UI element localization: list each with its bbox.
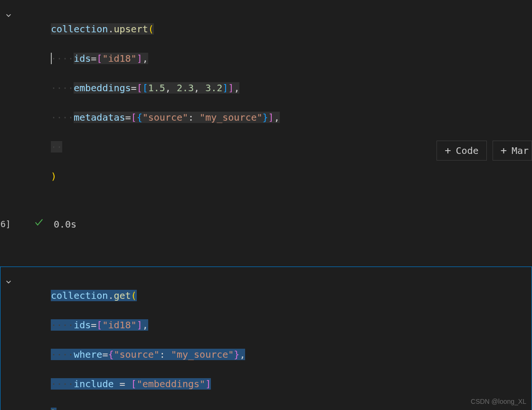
code-token: ] — [222, 82, 228, 94]
code-token: ] — [137, 53, 142, 64]
code-token: ] — [268, 112, 274, 123]
button-label: Code — [456, 145, 478, 156]
code-token: ( — [131, 290, 137, 301]
code-editor-2[interactable]: collection.get( ····ids=["id18"], ····wh… — [0, 267, 532, 410]
code-token: , — [234, 82, 239, 94]
code-token: = — [91, 53, 96, 64]
code-token: upsert — [114, 23, 148, 35]
code-cell-2: collection.get( ····ids=["id18"], ····wh… — [0, 267, 532, 410]
code-token: , — [142, 53, 148, 64]
code-token: { — [108, 349, 114, 360]
code-token: "source" — [142, 112, 188, 123]
code-token: ] — [228, 82, 234, 94]
code-token: [ — [131, 378, 137, 390]
code-token: [ — [131, 112, 137, 123]
code-token: , — [274, 112, 280, 123]
whitespace-guides: ···· — [51, 53, 74, 64]
code-token: = — [102, 349, 108, 360]
code-token: ] — [205, 378, 211, 390]
collapse-chevron-icon[interactable] — [5, 275, 12, 281]
execution-time: 0.0s — [54, 217, 76, 232]
code-token: , — [194, 82, 205, 94]
code-token: "embeddings" — [137, 378, 206, 390]
whitespace-guides: ···· — [51, 112, 74, 123]
code-token: [ — [137, 82, 142, 94]
code-token: ( — [148, 23, 154, 35]
cell-status-row: 6] 0.0s — [0, 213, 532, 237]
execution-count: 6] — [0, 218, 11, 231]
code-token: , — [239, 349, 245, 360]
code-token: where — [74, 349, 102, 360]
code-token — [114, 378, 119, 390]
code-token: ) — [51, 171, 57, 182]
code-token: "my_source" — [200, 112, 262, 123]
code-token: "source" — [114, 349, 159, 360]
code-token: [ — [96, 53, 102, 64]
code-token: collection — [51, 23, 108, 35]
code-token: 1.5 — [148, 82, 165, 94]
code-token — [125, 378, 131, 390]
add-markdown-cell-button[interactable]: + Mar — [493, 141, 532, 161]
success-check-icon — [34, 217, 44, 232]
code-token: get — [114, 290, 131, 301]
plus-icon: + — [445, 145, 451, 156]
button-label: Mar — [512, 145, 529, 156]
code-token: "id18" — [102, 319, 136, 331]
insert-cell-row: + Code + Mar — [437, 141, 532, 161]
code-token: . — [108, 290, 114, 301]
code-token: 3.2 — [205, 82, 222, 94]
code-token: [ — [96, 319, 102, 331]
code-token: "my_source" — [171, 349, 234, 360]
code-token: : — [188, 112, 200, 123]
code-token: include — [74, 378, 114, 390]
code-token: } — [263, 112, 268, 123]
code-token: , — [165, 82, 177, 94]
add-code-cell-button[interactable]: + Code — [437, 141, 486, 161]
code-token: ) — [51, 408, 57, 410]
code-token: , — [142, 319, 148, 331]
code-token: } — [234, 349, 239, 360]
code-token: ids — [74, 53, 91, 64]
code-token: { — [137, 112, 142, 123]
collapse-chevron-icon[interactable] — [5, 8, 12, 15]
code-token: = — [131, 82, 137, 94]
whitespace-guides: ···· — [51, 82, 74, 94]
whitespace-guides: ···· — [51, 378, 74, 390]
plus-icon: + — [501, 145, 507, 156]
code-token: ] — [137, 319, 142, 331]
code-token: = — [120, 378, 125, 390]
whitespace-guides: ···· — [51, 319, 74, 331]
code-token: = — [91, 319, 96, 331]
code-token: : — [160, 349, 171, 360]
code-token: metadatas — [74, 112, 125, 123]
code-token: ids — [74, 319, 91, 331]
code-token: . — [108, 23, 114, 35]
whitespace-guides: ·· — [51, 141, 62, 153]
code-token: = — [125, 112, 131, 123]
code-token: [ — [142, 82, 148, 94]
code-editor-1[interactable]: collection.upsert( ····ids=["id18"], ···… — [0, 0, 532, 213]
code-token: collection — [51, 290, 108, 301]
whitespace-guides: ···· — [51, 349, 74, 360]
code-token: "id18" — [102, 53, 136, 64]
code-cell-1: collection.upsert( ····ids=["id18"], ···… — [0, 0, 532, 237]
code-token: 2.3 — [177, 82, 194, 94]
watermark: CSDN @loong_XL — [471, 397, 526, 407]
code-token: embeddings — [74, 82, 131, 94]
